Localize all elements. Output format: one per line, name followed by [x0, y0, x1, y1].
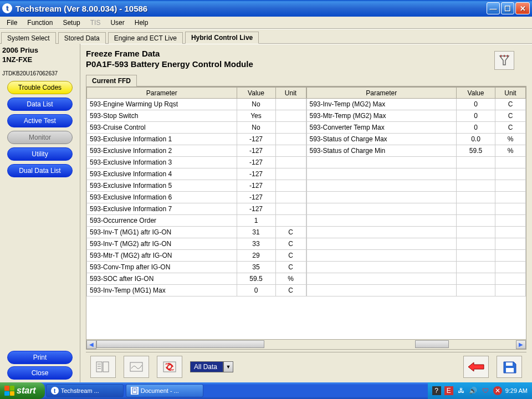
btn-utility[interactable]: Utility	[7, 147, 73, 161]
table-row[interactable]: 593-Status of Charge Max0.0%	[306, 134, 526, 145]
table-row[interactable]: 593-Mtr-T (MG2) aftr IG-ON29C	[87, 250, 306, 262]
table-row[interactable]: 593-Cruise ControlNo	[87, 122, 306, 134]
table-row[interactable]: 593-Status of Charge Min59.5%	[306, 145, 526, 157]
table-row[interactable]	[306, 262, 526, 273]
table-row[interactable]	[306, 227, 526, 238]
scroll-thumb-left[interactable]	[96, 340, 264, 348]
table-row[interactable]	[306, 250, 526, 262]
table-row[interactable]: 593-Exclusive Information 6-127	[87, 192, 306, 203]
table-row[interactable]	[306, 157, 526, 168]
btn-list-view[interactable]	[90, 356, 116, 378]
tab-stored-data[interactable]: Stored Data	[58, 32, 106, 44]
menu-user[interactable]: User	[106, 18, 129, 28]
col-parameter[interactable]: Parameter	[87, 88, 237, 99]
menu-help[interactable]: Help	[130, 18, 153, 28]
data-table-area: Parameter Value Unit 593-Engine Warming …	[86, 86, 526, 340]
btn-data-list[interactable]: Data List	[7, 98, 73, 111]
table-row[interactable]	[306, 238, 526, 250]
table-row[interactable]	[306, 285, 526, 296]
maximize-button[interactable]: ☐	[501, 2, 514, 14]
table-row[interactable]: 593-Exclusive Information 5-127	[87, 180, 306, 192]
tab-current-ffd[interactable]: Current FFD	[86, 75, 137, 86]
cell-parameter	[306, 180, 457, 192]
col-parameter[interactable]: Parameter	[306, 88, 457, 99]
table-row[interactable]: 593-Inv-Temp (MG2) Max0C	[306, 99, 526, 110]
btn-refresh[interactable]	[157, 356, 182, 378]
taskbar-item-techstream[interactable]: t Techstream ...	[46, 384, 124, 397]
btn-save[interactable]	[497, 356, 522, 378]
col-unit[interactable]: Unit	[495, 88, 526, 99]
tab-engine-ect-live[interactable]: Engine and ECT Live	[108, 32, 183, 44]
tab-hybrid-control-live[interactable]: Hybrid Control Live	[185, 32, 259, 44]
chevron-down-icon[interactable]: ▼	[223, 361, 233, 372]
btn-graph-view[interactable]	[124, 356, 149, 378]
close-button[interactable]: ✕	[515, 2, 530, 14]
table-row[interactable]: 593-Converter Temp Max0C	[306, 122, 526, 134]
table-row[interactable]: 593-Mtr-Temp (MG2) Max0C	[306, 110, 526, 122]
btn-dual-data-list[interactable]: Dual Data List	[7, 164, 73, 177]
cell-value: 59.5	[457, 145, 495, 157]
table-row[interactable]: 593-Exclusive Information 7-127	[87, 203, 306, 215]
cell-value	[457, 157, 495, 168]
table-row[interactable]: 593-Occurrence Order1	[87, 215, 306, 227]
btn-monitor[interactable]: Monitor	[7, 131, 73, 144]
btn-active-test[interactable]: Active Test	[7, 114, 73, 127]
filter-button[interactable]	[494, 51, 514, 70]
volume-icon[interactable]: 🔊	[469, 386, 478, 395]
app-icon: t	[2, 3, 12, 13]
cell-unit	[495, 203, 526, 215]
help-icon[interactable]: ?	[432, 386, 441, 395]
table-row[interactable]: 593-Conv-Tmp after IG-ON35C	[87, 262, 306, 273]
menu-setup[interactable]: Setup	[58, 18, 84, 28]
cell-parameter	[306, 203, 457, 215]
network-icon[interactable]: 🖧	[457, 386, 466, 395]
svg-rect-7	[506, 362, 513, 366]
save-icon	[502, 360, 517, 374]
table-row[interactable]	[306, 192, 526, 203]
btn-back[interactable]	[463, 356, 489, 378]
menu-tis[interactable]: TIS	[86, 18, 105, 28]
scroll-right-icon[interactable]: ▶	[516, 340, 526, 349]
table-row[interactable]: 593-Stop SwitchYes	[87, 110, 306, 122]
cell-parameter: 593-Engine Warming Up Rqst	[87, 99, 237, 110]
cell-value	[457, 168, 495, 180]
tray-e-icon[interactable]: E	[444, 386, 453, 395]
table-row[interactable]: 593-Inv-Temp (MG1) Max0C	[87, 285, 306, 296]
table-row[interactable]: 593-Exclusive Information 2-127	[87, 145, 306, 157]
cell-parameter: 593-Converter Temp Max	[306, 122, 457, 134]
taskbar-item-document[interactable]: Document - ...	[126, 384, 203, 397]
table-row[interactable]	[306, 180, 526, 192]
col-value[interactable]: Value	[237, 88, 275, 99]
col-unit[interactable]: Unit	[275, 88, 306, 99]
horizontal-scrollbar[interactable]: ◀ ▶	[86, 340, 526, 350]
scroll-thumb-right[interactable]	[415, 340, 449, 348]
tab-system-select[interactable]: System Select	[1, 32, 56, 44]
cell-parameter: 593-Mtr-Temp (MG2) Max	[306, 110, 457, 122]
table-row[interactable]	[306, 215, 526, 227]
btn-print[interactable]: Print	[7, 351, 73, 364]
start-button[interactable]: start	[0, 382, 45, 399]
alert-icon[interactable]: ✕	[493, 386, 502, 395]
btn-close[interactable]: Close	[7, 366, 73, 380]
table-row[interactable]	[306, 203, 526, 215]
menu-file[interactable]: File	[2, 18, 22, 28]
col-value[interactable]: Value	[457, 88, 495, 99]
table-row[interactable]: 593-Inv-T (MG2) aftr IG-ON33C	[87, 238, 306, 250]
table-row[interactable]: 593-Exclusive Information 4-127	[87, 168, 306, 180]
table-row[interactable]: 593-Inv-T (MG1) aftr IG-ON31C	[87, 227, 306, 238]
data-filter-combo[interactable]: All Data ▼	[190, 361, 233, 372]
table-row[interactable]: 593-SOC after IG-ON59.5%	[87, 273, 306, 285]
scroll-left-icon[interactable]: ◀	[86, 340, 96, 349]
minimize-button[interactable]: —	[487, 2, 500, 14]
table-row[interactable]	[306, 273, 526, 285]
table-row[interactable]: 593-Exclusive Information 1-127	[87, 134, 306, 145]
table-row[interactable]: 593-Exclusive Information 3-127	[87, 157, 306, 168]
table-row[interactable]	[306, 168, 526, 180]
cell-unit	[275, 168, 306, 180]
cell-unit: C	[495, 110, 526, 122]
clock[interactable]: 9:29 AM	[505, 387, 528, 394]
table-row[interactable]: 593-Engine Warming Up RqstNo	[87, 99, 306, 110]
menu-function[interactable]: Function	[23, 18, 57, 28]
shield-icon[interactable]: 🛡	[481, 386, 490, 395]
btn-trouble-codes[interactable]: Trouble Codes	[7, 81, 73, 94]
